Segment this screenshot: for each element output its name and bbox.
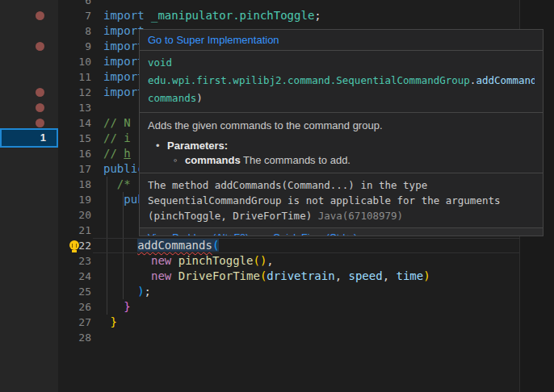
line-number[interactable]: 25 xyxy=(58,284,91,299)
code-token: new xyxy=(151,269,171,282)
code-line-text: } xyxy=(103,299,131,315)
line-number[interactable]: 8 xyxy=(58,23,91,39)
code-line-text: import _manipulator.pinchToggle; xyxy=(103,8,321,23)
code-line-text: ); xyxy=(103,284,151,299)
code-line-6[interactable]: 6 xyxy=(58,0,554,8)
signature-line: commands) xyxy=(148,90,535,107)
code-token xyxy=(103,193,124,206)
code-token: addCommands(Command... xyxy=(476,74,535,86)
goto-super-implementation-link[interactable]: Go to Super Implementation xyxy=(148,34,279,46)
line-number[interactable]: 18 xyxy=(58,177,91,192)
breakpoint-dot[interactable] xyxy=(36,42,44,51)
code-line-text: // h xyxy=(103,146,131,161)
line-number[interactable]: 11 xyxy=(58,69,91,85)
signature-line: void xyxy=(148,54,535,72)
error-line: (pinchToggle, DriveForTime) Java(6710897… xyxy=(148,208,535,223)
code-line-24[interactable]: 24 new DriveForTime(drivetrain, speed, t… xyxy=(58,269,554,284)
doc-parameters-item: •Parameters: xyxy=(148,139,535,153)
line-number[interactable]: 12 xyxy=(58,85,91,100)
line-number[interactable]: 26 xyxy=(58,299,91,315)
doc-summary: Adds the given commands to the command g… xyxy=(148,119,535,132)
code-token: } xyxy=(124,300,130,313)
code-token: DriveForTime xyxy=(178,269,260,282)
code-token: , xyxy=(383,269,397,282)
code-line-text: addCommands( xyxy=(103,238,219,253)
lightbulb-icon[interactable] xyxy=(69,240,80,252)
signature-line: edu.wpi.first.wpilibj2.command.Sequentia… xyxy=(148,72,535,90)
line-number[interactable]: 23 xyxy=(58,253,91,269)
line-number[interactable]: 15 xyxy=(58,131,91,146)
code-line-22[interactable]: 22 addCommands( xyxy=(58,238,554,253)
breakpoint-dot[interactable] xyxy=(36,103,44,112)
code-line-7[interactable]: 7import _manipulator.pinchToggle; xyxy=(58,8,554,23)
line-number[interactable]: 21 xyxy=(58,223,91,238)
code-token xyxy=(103,239,137,252)
line-number[interactable]: 27 xyxy=(58,315,91,330)
quick-fix-link[interactable]: Quick Fix... (Ctrl+.) xyxy=(273,232,358,236)
view-problem-link[interactable]: View Problem (Alt+F8) xyxy=(148,232,249,236)
line-number[interactable]: 6 xyxy=(58,0,91,8)
code-line-text: } xyxy=(103,315,117,330)
code-token: () xyxy=(253,254,267,267)
code-token xyxy=(103,285,137,298)
code-token: time xyxy=(397,269,424,282)
code-token xyxy=(171,254,178,267)
code-line-23[interactable]: 23 new pinchToggle(), xyxy=(58,253,554,269)
line-number[interactable]: 9 xyxy=(58,39,91,54)
selected-row-badge[interactable]: 1 xyxy=(0,128,58,148)
code-token: h xyxy=(124,147,130,160)
hover-signature: voidedu.wpi.first.wpilibj2.command.Seque… xyxy=(140,51,543,113)
code-line-25[interactable]: 25 ); xyxy=(58,284,554,299)
code-token: pinchToggle xyxy=(178,254,254,267)
code-token: , xyxy=(335,269,349,282)
code-token: (pinchToggle, DriveForTime) xyxy=(148,210,318,222)
code-token: public xyxy=(103,162,145,175)
line-number[interactable]: 24 xyxy=(58,269,91,284)
breakpoint-dot[interactable] xyxy=(36,11,44,20)
code-token: void xyxy=(148,56,172,69)
code-token: ( xyxy=(212,239,219,252)
code-line-text: new DriveForTime(drivetrain, speed, time… xyxy=(103,269,430,284)
line-number[interactable]: 28 xyxy=(58,330,91,345)
code-token: ; xyxy=(314,9,321,22)
code-token: ) xyxy=(137,285,144,298)
code-token: import xyxy=(103,9,151,22)
code-token: /* xyxy=(117,177,131,190)
code-line-text: public xyxy=(103,161,145,177)
line-number[interactable]: 14 xyxy=(58,115,91,131)
line-number[interactable]: 20 xyxy=(58,207,91,223)
code-line-26[interactable]: 26 } xyxy=(58,299,554,315)
left-gutter-panel: 1 xyxy=(0,0,58,392)
code-token: addCommands xyxy=(137,239,212,252)
line-number[interactable]: 16 xyxy=(58,146,91,161)
code-line-text: // i xyxy=(103,131,131,146)
code-token: // N xyxy=(103,116,131,129)
line-number[interactable]: 19 xyxy=(58,192,91,207)
code-line-text: /* xyxy=(103,177,131,192)
code-token: new xyxy=(151,254,171,267)
code-line-27[interactable]: 27 } xyxy=(58,315,554,330)
breakpoint-dot[interactable] xyxy=(36,119,44,127)
hover-goto-row: Go to Super Implementation xyxy=(140,30,543,51)
code-token: } xyxy=(110,315,116,328)
line-number[interactable]: 17 xyxy=(58,161,91,177)
code-token xyxy=(103,177,117,190)
code-token: // i xyxy=(103,131,131,144)
hover-actions-row: View Problem (Alt+F8) Quick Fix... (Ctrl… xyxy=(140,228,543,236)
error-line: The method addCommands(Command...) in th… xyxy=(148,177,535,193)
code-line-28[interactable]: 28 xyxy=(58,330,554,345)
code-token: ) xyxy=(423,269,430,282)
code-token: edu.wpi.first.wpilibj2.command.Sequentia… xyxy=(148,74,470,86)
breakpoint-dot[interactable] xyxy=(36,88,44,97)
hover-doc: Adds the given commands to the command g… xyxy=(140,113,543,173)
hover-tooltip: Go to Super Implementation voidedu.wpi.f… xyxy=(139,29,544,236)
circle-bullet-icon: ◦ xyxy=(174,153,185,168)
code-token: drivetrain xyxy=(267,269,334,282)
code-token xyxy=(103,300,124,313)
line-number[interactable]: 10 xyxy=(58,54,91,69)
hover-error-message: The method addCommands(Command...) in th… xyxy=(140,173,543,228)
code-token xyxy=(103,254,151,267)
line-number[interactable]: 13 xyxy=(58,100,91,115)
line-number[interactable]: 7 xyxy=(58,8,91,23)
code-token: ; xyxy=(145,285,151,298)
